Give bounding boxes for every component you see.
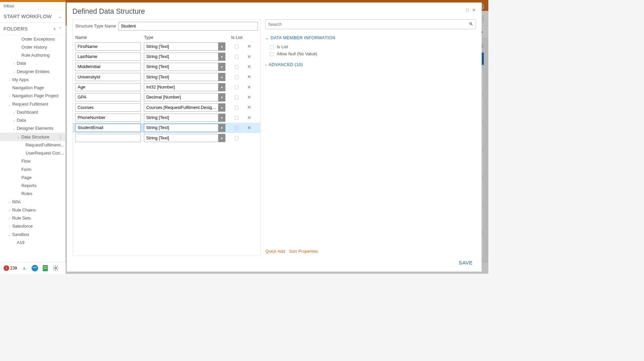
member-type-select[interactable]: String [Text] [144, 63, 218, 71]
chevron-right-icon[interactable]: › [12, 119, 16, 122]
is-list-checkbox[interactable] [235, 116, 238, 119]
dropdown-caret-icon[interactable]: ▾ [218, 114, 225, 122]
delete-row-icon[interactable]: ✕ [244, 115, 254, 121]
checkbox-icon[interactable] [270, 45, 274, 49]
tree-item[interactable]: ›Designer Entities [0, 68, 65, 76]
is-list-checkbox[interactable] [235, 106, 238, 109]
save-button[interactable]: SAVE [455, 259, 476, 267]
chevron-down-icon[interactable]: ⌄ [8, 233, 11, 236]
dropdown-caret-icon[interactable]: ▾ [218, 93, 225, 101]
folders-header[interactable]: FOLDERS + ⌃ [0, 22, 65, 35]
member-type-select[interactable]: String [Text] [144, 53, 218, 61]
tree-item[interactable]: ⌄Sandbox [0, 231, 65, 239]
structure-name-input[interactable] [119, 22, 258, 31]
tree-item[interactable]: ›My Apps [0, 76, 65, 84]
is-list-checkbox[interactable] [235, 136, 238, 140]
checkbox-icon[interactable] [270, 52, 274, 56]
chevron-down-icon[interactable]: ⌄ [12, 127, 16, 130]
is-list-checkbox[interactable] [235, 75, 238, 79]
member-name-input[interactable] [75, 53, 141, 61]
tree-item[interactable]: ⌄Data Structure⋮ [0, 133, 65, 141]
chevron-right-icon[interactable]: › [8, 78, 11, 81]
member-name-input[interactable] [75, 104, 141, 112]
dropdown-caret-icon[interactable]: ▾ [218, 53, 225, 61]
close-icon[interactable]: ✕ [472, 7, 476, 13]
is-list-checkbox[interactable] [235, 85, 238, 89]
delete-row-icon[interactable]: ✕ [244, 125, 254, 131]
delete-row-icon[interactable]: ✕ [244, 105, 254, 110]
document-icon[interactable] [43, 265, 48, 271]
dropdown-caret-icon[interactable]: ▾ [218, 83, 225, 91]
member-type-select[interactable]: Int32 [Number] [144, 83, 218, 91]
tree-item[interactable]: Order Exceptions [0, 35, 65, 43]
member-name-input[interactable] [75, 73, 141, 81]
member-name-input[interactable] [75, 134, 141, 142]
add-folder-icon[interactable]: + [53, 26, 56, 32]
chevron-right-icon[interactable]: › [8, 225, 11, 228]
tree-item[interactable]: Navigation Page [0, 84, 65, 92]
tree-item[interactable]: RequestFulfilmentCo... [0, 141, 65, 149]
error-count[interactable]: !239 [4, 265, 17, 271]
tree-item[interactable]: ›Rule Sets [0, 214, 65, 222]
chevron-down-icon[interactable]: ⌄ [17, 135, 20, 139]
member-type-select[interactable]: String [Text] [144, 73, 218, 81]
tree-item[interactable]: ⌄Request Fulfilment [0, 100, 65, 108]
tree-item[interactable]: Reports [0, 182, 65, 190]
quick-add-link[interactable]: Quick Add [265, 249, 285, 254]
dropdown-caret-icon[interactable]: ▾ [218, 73, 225, 81]
prop-is-list[interactable]: Is List [265, 44, 476, 51]
is-list-checkbox[interactable] [235, 45, 238, 48]
delete-row-icon[interactable]: ✕ [244, 54, 254, 60]
section-data-member-info[interactable]: ⌄ DATA MEMBER INFORMATION [265, 35, 476, 40]
is-list-checkbox[interactable] [235, 55, 238, 58]
is-list-checkbox[interactable] [235, 65, 238, 69]
chevron-right-icon[interactable]: › [8, 208, 11, 212]
tree-item[interactable]: ›Dashboard [0, 108, 65, 116]
is-list-checkbox[interactable] [235, 96, 238, 99]
search-icon[interactable]: 🔍︎ [469, 21, 473, 26]
tree-item[interactable]: UserRequest Config... [0, 149, 65, 157]
settings-gear-icon[interactable] [53, 265, 59, 272]
properties-search-input[interactable] [265, 19, 476, 29]
delete-row-icon[interactable]: ✕ [244, 74, 254, 80]
member-type-select[interactable]: String [Text] [144, 114, 218, 122]
chat-icon[interactable] [32, 265, 38, 272]
chevron-right-icon[interactable]: › [12, 62, 16, 65]
tree-item[interactable]: ›Data [0, 116, 65, 124]
tree-item[interactable]: Flow [0, 157, 65, 165]
sort-properties-link[interactable]: Sort Properties [289, 249, 318, 254]
tree-item[interactable]: ⌄Designer Elements [0, 125, 65, 133]
chevron-right-icon[interactable]: › [12, 110, 16, 114]
chevron-right-icon[interactable]: › [8, 200, 11, 204]
member-name-input[interactable] [75, 114, 141, 122]
tree-item[interactable]: Rules [0, 190, 65, 198]
tree-item[interactable]: ›Data [0, 59, 65, 67]
dropdown-caret-icon[interactable]: ▾ [218, 63, 225, 71]
tree-item[interactable]: ›Navigation Page Project [0, 92, 65, 100]
tree-item[interactable]: A19 [0, 239, 65, 247]
tree-item[interactable]: Form [0, 166, 65, 174]
tree-item-menu-icon[interactable]: ⋮ [58, 134, 65, 139]
tree-item[interactable]: ›Rule Chains [0, 206, 65, 214]
tree-item[interactable]: Rule Authoring [0, 51, 65, 59]
inbox-tab[interactable]: Inbox [0, 2, 65, 10]
section-advanced[interactable]: › ADVANCED (10) [265, 62, 476, 67]
dropdown-caret-icon[interactable]: ▾ [218, 43, 225, 51]
tree-item[interactable]: Order History [0, 43, 65, 51]
maximize-icon[interactable]: □ [466, 7, 469, 13]
dropdown-caret-icon[interactable]: ▾ [218, 134, 225, 142]
member-type-select[interactable]: String [Text] [144, 43, 218, 51]
member-type-select[interactable]: String [Text] [144, 134, 218, 142]
member-name-input[interactable] [75, 63, 141, 71]
warning-icon[interactable]: ▲ [21, 265, 27, 272]
member-name-input[interactable] [75, 83, 141, 91]
member-type-select[interactable]: Decimal [Number] [144, 93, 218, 101]
delete-row-icon[interactable]: ✕ [244, 84, 254, 90]
tree-item[interactable]: ›RPA [0, 198, 65, 206]
is-list-checkbox[interactable] [235, 126, 238, 130]
dropdown-caret-icon[interactable]: ▾ [218, 124, 225, 132]
tree-item[interactable]: ›Salesforce [0, 223, 65, 231]
member-name-input[interactable] [75, 124, 141, 132]
chevron-right-icon[interactable]: › [12, 70, 16, 73]
delete-row-icon[interactable]: ✕ [244, 64, 254, 70]
